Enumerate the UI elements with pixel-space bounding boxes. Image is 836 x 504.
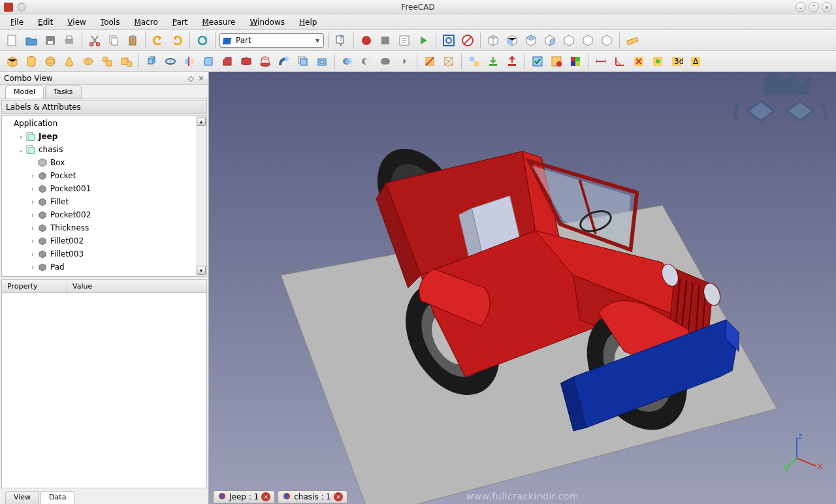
- union-icon[interactable]: [377, 53, 394, 70]
- measure-linear-icon[interactable]: [592, 53, 609, 70]
- draw-style-icon[interactable]: [459, 32, 476, 49]
- expand-icon[interactable]: ⌄: [16, 146, 25, 153]
- tree-item[interactable]: ›Pad: [2, 260, 196, 274]
- sweep-icon[interactable]: [276, 53, 293, 70]
- 3d-viewport[interactable]: x y z www.fullcrackindir.com Jeep : 1×ch…: [209, 72, 836, 504]
- maximize-button[interactable]: ⌃: [809, 2, 819, 12]
- expand-icon[interactable]: ›: [28, 185, 37, 193]
- fillet-icon[interactable]: [200, 53, 217, 70]
- extrude-icon[interactable]: [143, 53, 160, 70]
- view-iso-icon[interactable]: [485, 32, 502, 49]
- sphere-icon[interactable]: [42, 53, 59, 70]
- cube-icon[interactable]: [4, 53, 21, 70]
- measure-angle-icon[interactable]: [611, 53, 628, 70]
- undock-icon[interactable]: ◇: [188, 74, 194, 83]
- expand-icon[interactable]: ›: [16, 133, 25, 140]
- compound-icon[interactable]: [466, 53, 483, 70]
- model-tree[interactable]: Application ›Jeep⌄chasisBox›Pocket›Pocke…: [2, 116, 196, 276]
- menu-measure[interactable]: Measure: [195, 16, 242, 28]
- measure-icon[interactable]: [624, 32, 641, 49]
- defeaturing-icon[interactable]: [548, 53, 565, 70]
- tab-model[interactable]: Model: [5, 86, 44, 99]
- expand-icon[interactable]: ›: [28, 251, 37, 258]
- scroll-down-icon[interactable]: ▾: [197, 266, 206, 275]
- torus-icon[interactable]: [80, 53, 97, 70]
- chamfer-icon[interactable]: [219, 53, 236, 70]
- tree-item[interactable]: ⌄chasis: [2, 143, 196, 156]
- expand-icon[interactable]: ›: [28, 225, 37, 232]
- menu-windows[interactable]: Windows: [243, 16, 291, 28]
- tree-item[interactable]: ›Pocket001: [2, 182, 196, 195]
- close-doc-icon[interactable]: ×: [261, 492, 270, 501]
- new-icon[interactable]: [4, 32, 21, 49]
- fit-icon[interactable]: [440, 32, 457, 49]
- expand-icon[interactable]: ›: [28, 198, 37, 206]
- close-button[interactable]: ×: [822, 2, 832, 12]
- doc-tab[interactable]: Jeep : 1×: [213, 490, 275, 503]
- workbench-selector[interactable]: Part: [219, 33, 324, 48]
- menu-file[interactable]: File: [4, 16, 30, 28]
- export-icon[interactable]: [504, 53, 521, 70]
- undo-icon[interactable]: [150, 32, 167, 49]
- tree-item[interactable]: ›Thickness: [2, 221, 196, 234]
- view-left-icon[interactable]: [598, 32, 615, 49]
- close-doc-icon[interactable]: ×: [334, 492, 343, 501]
- play-icon[interactable]: [415, 32, 432, 49]
- tab-tasks[interactable]: Tasks: [45, 86, 81, 99]
- section-icon[interactable]: [421, 53, 438, 70]
- doc-tab[interactable]: chasis : 1×: [278, 490, 347, 503]
- refresh-icon[interactable]: [194, 32, 211, 49]
- expand-icon[interactable]: ›: [28, 238, 37, 245]
- loft-icon[interactable]: [257, 53, 274, 70]
- menu-view[interactable]: View: [61, 16, 92, 28]
- close-panel-icon[interactable]: ×: [198, 74, 204, 83]
- tree-item[interactable]: ›Fillet: [2, 195, 196, 208]
- scroll-up-icon[interactable]: ▴: [197, 117, 206, 126]
- tree-item[interactable]: ›Fillet002: [2, 234, 196, 247]
- cross-icon[interactable]: [440, 53, 457, 70]
- tab-data[interactable]: Data: [40, 491, 74, 504]
- thickness-icon[interactable]: [314, 53, 330, 70]
- paste-icon[interactable]: [124, 32, 141, 49]
- view-right-icon[interactable]: [541, 32, 558, 49]
- tree-item[interactable]: ›Fillet003: [2, 247, 196, 260]
- menu-part[interactable]: Part: [166, 16, 195, 28]
- view-top-icon[interactable]: [522, 32, 539, 49]
- toggle-3d-icon[interactable]: 3d: [668, 53, 685, 70]
- view-rear-icon[interactable]: [560, 32, 577, 49]
- tab-view[interactable]: View: [5, 491, 39, 504]
- ruled-icon[interactable]: [238, 53, 255, 70]
- import-icon[interactable]: [485, 53, 502, 70]
- tree-item[interactable]: ›Pocket002: [2, 208, 196, 221]
- minimize-button[interactable]: ⌄: [796, 2, 806, 12]
- expand-icon[interactable]: ›: [28, 172, 37, 180]
- cone-icon[interactable]: [61, 53, 78, 70]
- expand-icon[interactable]: ›: [28, 212, 37, 219]
- tree-item[interactable]: Box: [2, 156, 196, 169]
- colors-icon[interactable]: [567, 53, 584, 70]
- menu-help[interactable]: Help: [293, 16, 323, 28]
- boolean-icon[interactable]: [339, 53, 356, 70]
- toggle-measure-icon[interactable]: [649, 53, 666, 70]
- open-icon[interactable]: [23, 32, 40, 49]
- mirror-icon[interactable]: [181, 53, 198, 70]
- offset-icon[interactable]: [295, 53, 312, 70]
- primitives-icon[interactable]: [99, 53, 116, 70]
- clear-measure-icon[interactable]: [630, 53, 647, 70]
- cylinder-icon[interactable]: [23, 53, 40, 70]
- tree-scrollbar[interactable]: ▴ ▾: [196, 116, 206, 276]
- view-front-icon[interactable]: [504, 32, 521, 49]
- record-icon[interactable]: [358, 32, 375, 49]
- tree-item[interactable]: ›Pocket: [2, 169, 196, 182]
- cut-bool-icon[interactable]: [358, 53, 375, 70]
- tree-root[interactable]: Application: [2, 117, 196, 130]
- print-icon[interactable]: [61, 32, 78, 49]
- menu-edit[interactable]: Edit: [31, 16, 59, 28]
- check-icon[interactable]: [529, 53, 546, 70]
- tree-item[interactable]: ›Fillet004: [2, 274, 196, 276]
- tree-item[interactable]: ›Jeep: [2, 130, 196, 143]
- view-bottom-icon[interactable]: [579, 32, 596, 49]
- save-icon[interactable]: [42, 32, 59, 49]
- intersect-icon[interactable]: [396, 53, 413, 70]
- shapebuilder-icon[interactable]: [118, 53, 135, 70]
